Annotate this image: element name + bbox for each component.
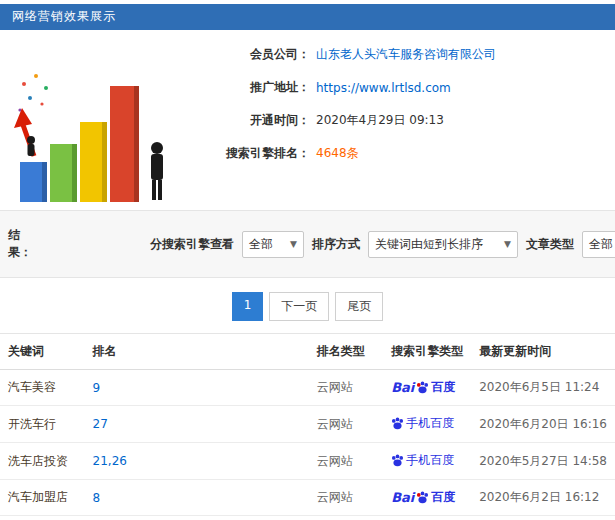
sort-select-value: 关键词由短到长排序 — [375, 236, 483, 253]
keyword-text: 汽车加盟店 — [8, 490, 68, 504]
mobile-baidu-logo: 手机百度 — [391, 452, 454, 469]
mobile-baidu-label: 手机百度 — [406, 415, 454, 432]
header-update-time: 最新更新时间 — [471, 334, 615, 370]
filter-bar: 结果： 分搜索引擎查看 全部 ▼ 排序方式 关键词由短到长排序 ▼ 文章类型 全… — [0, 211, 615, 278]
header-keyword: 关键词 — [0, 334, 85, 370]
article-type-label: 文章类型 — [526, 236, 574, 253]
table-header-row: 关键词 排名 排名类型 搜索引擎类型 最新更新时间 — [0, 334, 615, 370]
member-info-panel: 会员公司： 山东老人头汽车服务咨询有限公司 推广地址： https://www.… — [0, 30, 615, 211]
baidu-paw-icon — [416, 491, 429, 504]
keyword-text: 开洗车行 — [8, 417, 56, 431]
header-engine-type: 搜索引擎类型 — [383, 334, 471, 370]
pagination: 1 下一页 尾页 — [0, 278, 615, 333]
page-button-current[interactable]: 1 — [232, 292, 264, 321]
engine-select[interactable]: 全部 ▼ — [242, 231, 304, 258]
rank-type-text: 云网站 — [317, 454, 353, 468]
mobile-baidu-paw-icon — [391, 417, 404, 430]
bar-chart-image — [10, 44, 175, 204]
table-row: 洗车店投资 21,26 云网站 Bai 百度 — [0, 443, 615, 480]
rank-count-value: 4648条 — [316, 145, 359, 162]
keyword-text: 洗车店投资 — [8, 454, 68, 468]
rank-count-label: 搜索引擎排名： — [185, 145, 310, 162]
field-rank-count: 搜索引擎排名： 4648条 — [185, 145, 615, 162]
last-page-button[interactable]: 尾页 — [335, 292, 383, 321]
result-label: 结果： — [8, 227, 32, 261]
chevron-down-icon: ▼ — [504, 239, 511, 249]
header-rank-type: 排名类型 — [309, 334, 383, 370]
bar-chart-illustration — [0, 38, 185, 204]
article-type-select-value: 全部 — [589, 236, 613, 253]
engine-select-value: 全部 — [249, 236, 273, 253]
next-page-button[interactable]: 下一页 — [269, 292, 329, 321]
member-fields: 会员公司： 山东老人头汽车服务咨询有限公司 推广地址： https://www.… — [185, 38, 615, 204]
chevron-down-icon: ▼ — [290, 239, 297, 249]
update-time-text: 2020年5月27日 14:58 — [479, 454, 607, 468]
table-row: 开洗车行 27 云网站 Bai 百度 — [0, 406, 615, 443]
company-link[interactable]: 山东老人头汽车服务咨询有限公司 — [316, 46, 496, 63]
page-title: 网络营销效果展示 — [12, 9, 116, 23]
mobile-baidu-paw-icon — [391, 454, 404, 467]
field-url: 推广地址： https://www.lrtlsd.com — [185, 79, 615, 96]
table-row: 加盟洗车店 25,28,28 云网站 Bai 百度 — [0, 516, 615, 520]
rank-link[interactable]: 27 — [93, 417, 108, 431]
rank-type-text: 云网站 — [317, 380, 353, 394]
sort-filter-label: 排序方式 — [312, 236, 360, 253]
rank-type-text: 云网站 — [317, 490, 353, 504]
header-rank: 排名 — [85, 334, 309, 370]
company-label: 会员公司： — [185, 46, 310, 63]
field-open-time: 开通时间： 2020年4月29日 09:13 — [185, 112, 615, 129]
baidu-paw-icon — [416, 381, 429, 394]
sort-select[interactable]: 关键词由短到长排序 ▼ — [368, 231, 518, 258]
open-time-value: 2020年4月29日 09:13 — [316, 112, 444, 129]
table-row: 汽车加盟店 8 云网站 Bai 百度 — [0, 480, 615, 516]
baidu-logo-prefix: Bai — [391, 490, 414, 505]
update-time-text: 2020年6月2日 16:12 — [479, 490, 599, 504]
baidu-logo: Bai 百度 — [391, 379, 455, 396]
field-company: 会员公司： 山东老人头汽车服务咨询有限公司 — [185, 46, 615, 63]
rank-link[interactable]: 8 — [93, 491, 101, 505]
url-label: 推广地址： — [185, 79, 310, 96]
rank-link[interactable]: 9 — [93, 381, 101, 395]
baidu-logo-prefix: Bai — [391, 380, 414, 395]
rank-type-text: 云网站 — [317, 417, 353, 431]
mobile-baidu-logo: 手机百度 — [391, 415, 454, 432]
keyword-text: 汽车美容 — [8, 380, 56, 394]
results-table: 关键词 排名 排名类型 搜索引擎类型 最新更新时间 汽车美容 9 云网站 Bai… — [0, 333, 615, 520]
table-row: 汽车美容 9 云网站 Bai 百度 — [0, 370, 615, 406]
promotion-url-link[interactable]: https://www.lrtlsd.com — [316, 81, 451, 95]
article-type-select[interactable]: 全部 ▼ — [582, 231, 615, 258]
rank-link[interactable]: 21,26 — [93, 454, 127, 468]
baidu-logo: Bai 百度 — [391, 489, 455, 506]
engine-filter-label: 分搜索引擎查看 — [150, 236, 234, 253]
baidu-logo-suffix: 百度 — [431, 379, 455, 396]
open-time-label: 开通时间： — [185, 112, 310, 129]
mobile-baidu-label: 手机百度 — [406, 452, 454, 469]
page-title-bar: 网络营销效果展示 — [0, 4, 615, 30]
update-time-text: 2020年6月20日 16:16 — [479, 417, 607, 431]
update-time-text: 2020年6月5日 11:24 — [479, 380, 599, 394]
baidu-logo-suffix: 百度 — [431, 489, 455, 506]
